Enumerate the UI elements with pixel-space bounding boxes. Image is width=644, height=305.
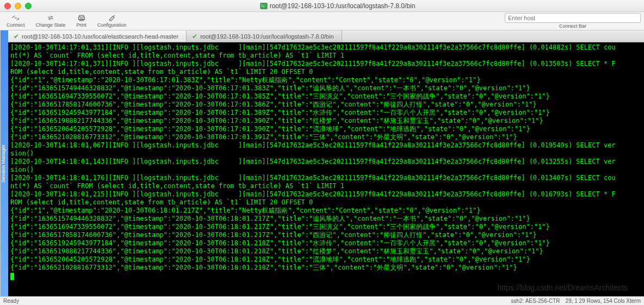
connect-button[interactable]: Connect <box>3 13 28 29</box>
status-pos: 29, 1 29 Rows, 154 Cols Xterm <box>566 298 641 304</box>
terminal-icon <box>260 2 268 10</box>
check-icon: ✔ <box>14 33 19 40</box>
tab-label: root@192-168-103-10:/usr/local/logstash-… <box>200 33 333 40</box>
connect-bar-label: Connect Bar <box>559 23 586 29</box>
minimize-icon[interactable] <box>15 3 21 9</box>
change-state-button[interactable]: Change State <box>33 13 69 29</box>
status-ready: Ready <box>3 298 19 304</box>
status-ssh: ssh2: AES-256-CTR <box>511 298 560 304</box>
host-input[interactable] <box>505 13 641 23</box>
titlebar: root@192-168-103-10:/usr/local/logstash-… <box>0 0 644 12</box>
toolbar: Connect Change State Print Configuration… <box>0 12 644 30</box>
connect-bar: Connect Bar <box>505 13 641 29</box>
tab-label: root@192-168-103-10:/usr/local/elasticse… <box>22 33 178 40</box>
check-icon: ✔ <box>192 33 197 40</box>
window-title: root@192-168-103-10:/usr/local/logstash-… <box>35 2 640 10</box>
configuration-button[interactable]: Configuration <box>94 13 130 29</box>
close-icon[interactable] <box>4 3 11 9</box>
terminal-output[interactable]: [2020-10-30T14:17:01,331][INFO ][logstas… <box>8 42 644 296</box>
tab-es-head[interactable]: ✔root@192-168-103-10:/usr/local/elastics… <box>8 30 187 42</box>
session-manager-tab[interactable]: Session Manager <box>0 30 8 296</box>
status-bar: Ready ssh2: AES-256-CTR 29, 1 29 Rows, 1… <box>0 296 644 305</box>
watermark: https://blog.csdn.net/DreamsArchitects <box>497 283 628 292</box>
print-button[interactable]: Print <box>73 13 90 29</box>
tab-logstash[interactable]: ✔root@192-168-103-10:/usr/local/logstash… <box>187 30 342 42</box>
svg-rect-2 <box>78 17 84 20</box>
maximize-icon[interactable] <box>25 3 32 9</box>
cursor-icon <box>10 273 14 280</box>
tab-bar: ✔root@192-168-103-10:/usr/local/elastics… <box>8 30 644 42</box>
svg-rect-0 <box>261 3 267 9</box>
